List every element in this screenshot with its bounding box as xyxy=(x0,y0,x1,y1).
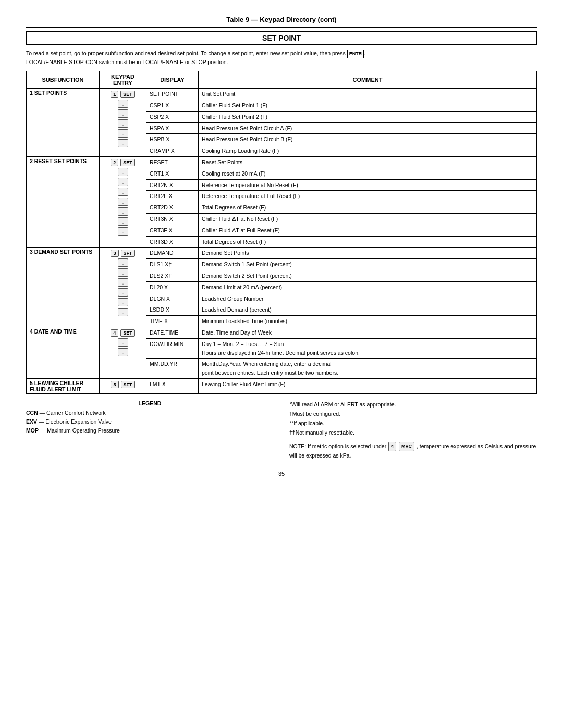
down-arrow-key: ↓ xyxy=(118,298,128,306)
intro-text: To read a set point, go to proper subfun… xyxy=(26,50,537,66)
comment-cell: Cooling Ramp Loading Rate (F) xyxy=(199,145,537,157)
keypad-number-key: 1 xyxy=(111,91,118,98)
comment-cell: Total Degrees of Reset (F) xyxy=(199,236,537,248)
comment-cell: Chiller Fluid ΔT at No Reset (F) xyxy=(199,214,537,225)
down-arrow-key: ↓ xyxy=(118,100,128,108)
col-comment: COMMENT xyxy=(199,71,537,89)
comment-cell: Chiller Fluid Set Point 2 (F) xyxy=(199,111,537,122)
subfunction-cell: 5 LEAVING CHILLER FLUID ALERT LIMIT xyxy=(27,379,100,394)
note-key-num: 4 xyxy=(388,442,396,451)
keypad-label-key: SET xyxy=(120,91,135,98)
comment-cell: Loadshed Group Number xyxy=(199,293,537,304)
display-cell: DOW.HR.MIN xyxy=(146,338,199,359)
keypad-label-key: SFT xyxy=(121,250,135,257)
table-row: 2 RESET SET POINTS2 SET↓↓↓↓↓↓↓RESETReset… xyxy=(27,157,537,168)
subfunction-cell: 3 DEMAND SET POINTS xyxy=(27,248,100,327)
display-cell: CRT3D X xyxy=(146,236,199,248)
table-row: 5 LEAVING CHILLER FLUID ALERT LIMIT5 SFT… xyxy=(27,379,537,394)
comment-cell: Day 1 = Mon, 2 = Tues. . .7 = SunHours a… xyxy=(199,338,537,359)
keypad-cell: 2 SET↓↓↓↓↓↓↓ xyxy=(100,157,146,248)
col-subfunction: SUBFUNCTION xyxy=(27,71,100,89)
down-arrow-key: ↓ xyxy=(118,348,128,356)
down-arrow-key: ↓ xyxy=(118,278,128,287)
page-title: Table 9 — Keypad Directory (cont) xyxy=(26,16,537,23)
down-arrow-key: ↓ xyxy=(118,178,128,186)
legend-item: CCN — Carrier Comfort Network xyxy=(26,409,274,417)
display-cell: DATE.TIME xyxy=(146,327,199,339)
comment-cell: Chiller Fluid Set Point 1 (F) xyxy=(199,100,537,112)
display-cell: CRT1 X xyxy=(146,168,199,179)
comment-cell: Month.Day.Year. When entering date, ente… xyxy=(199,359,537,379)
main-table: SUBFUNCTION KEYPAD ENTRY DISPLAY COMMENT… xyxy=(26,71,537,394)
comment-cell: Reset Set Points xyxy=(199,157,537,168)
note-bottom: NOTE: If metric option is selected under… xyxy=(289,441,537,460)
keypad-label-key: SET xyxy=(120,159,135,166)
display-cell: TIME X xyxy=(146,316,199,327)
down-arrow-key: ↓ xyxy=(118,338,128,347)
table-row: 4 DATE AND TIME4 SET↓↓DATE.TIMEDate, Tim… xyxy=(27,327,537,339)
keypad-number-key: 2 xyxy=(111,159,118,166)
legend-abbr: CCN xyxy=(26,410,38,416)
section-title: SET POINT xyxy=(26,31,537,45)
comment-cell: Reference Temperature at Full Reset (F) xyxy=(199,191,537,202)
bottom-section: LEGEND CCN — Carrier Comfort NetworkEXV … xyxy=(26,400,537,460)
down-arrow-key: ↓ xyxy=(118,308,128,316)
note-key-label: MVC xyxy=(399,442,414,451)
comment-cell: Reference Temperature at No Reset (F) xyxy=(199,179,537,191)
down-arrow-key: ↓ xyxy=(118,139,128,147)
display-cell: DLS1 X† xyxy=(146,259,199,270)
keypad-number-key: 3 xyxy=(111,250,118,257)
legend-abbr: EXV xyxy=(26,418,37,425)
down-arrow-key: ↓ xyxy=(118,207,128,216)
display-cell: CRAMP X xyxy=(146,145,199,157)
down-arrow-key: ↓ xyxy=(118,129,128,138)
display-cell: RESET xyxy=(146,157,199,168)
display-cell: MM.DD.YR xyxy=(146,359,199,379)
col-display: DISPLAY xyxy=(146,71,199,89)
keypad-cell: 1 SET↓↓↓↓↓ xyxy=(100,89,146,157)
display-cell: CSP1 X xyxy=(146,100,199,112)
table-row: 3 DEMAND SET POINTS3 SFT↓↓↓↓↓↓DEMANDDema… xyxy=(27,248,537,259)
display-cell: DLS2 X† xyxy=(146,270,199,282)
down-arrow-key: ↓ xyxy=(118,119,128,128)
col-keypad-entry: KEYPAD ENTRY xyxy=(100,71,146,89)
down-arrow-key: ↓ xyxy=(118,288,128,297)
page-number: 35 xyxy=(26,471,537,477)
comment-cell: Leaving Chiller Fluid Alert Limit (F) xyxy=(199,379,537,394)
keypad-number-key: 4 xyxy=(111,329,118,337)
keypad-label-key: SFT xyxy=(121,381,135,388)
legend-item: MOP — Maximum Operating Pressure xyxy=(26,426,274,435)
keypad-cell: 5 SFT xyxy=(100,379,146,394)
down-arrow-key: ↓ xyxy=(118,258,128,267)
table-row: 1 SET POINTS1 SET↓↓↓↓↓SET POINTUnit Set … xyxy=(27,89,537,100)
display-cell: LSDD X xyxy=(146,304,199,316)
down-arrow-key: ↓ xyxy=(118,198,128,206)
comment-cell: Chiller Fluid ΔT at Full Reset (F) xyxy=(199,225,537,236)
comment-cell: Date, Time and Day of Week xyxy=(199,327,537,339)
note-item: **If applicable. xyxy=(289,419,537,428)
display-cell: SET POINT xyxy=(146,89,199,100)
legend-title: LEGEND xyxy=(26,400,274,406)
note-item: †Must be configured. xyxy=(289,410,537,419)
legend-abbr: MOP xyxy=(26,427,39,434)
legend-right: *Will read ALARM or ALERT as appropriate… xyxy=(289,400,537,460)
comment-cell: Demand Switch 2 Set Point (percent) xyxy=(199,270,537,282)
comment-cell: Demand Switch 1 Set Point (percent) xyxy=(199,259,537,270)
keypad-number-key: 5 xyxy=(111,381,118,388)
note-item: *Will read ALARM or ALERT as appropriate… xyxy=(289,400,537,410)
display-cell: DL20 X xyxy=(146,281,199,293)
legend-item: EXV — Electronic Expansion Valve xyxy=(26,417,274,426)
comment-cell: Head Pressure Set Point Circuit B (F) xyxy=(199,134,537,145)
display-cell: DEMAND xyxy=(146,248,199,259)
legend-left: LEGEND CCN — Carrier Comfort NetworkEXV … xyxy=(26,400,274,460)
comment-cell: Minimum Loadshed Time (minutes) xyxy=(199,316,537,327)
display-cell: HSPA X xyxy=(146,122,199,134)
display-cell: LMT X xyxy=(146,379,199,394)
down-arrow-key: ↓ xyxy=(118,268,128,277)
keypad-label-key: SET xyxy=(120,329,135,337)
comment-cell: Loadshed Demand (percent) xyxy=(199,304,537,316)
comment-cell: Demand Set Points xyxy=(199,248,537,259)
comment-cell: Total Degrees of Reset (F) xyxy=(199,202,537,214)
comment-cell: Head Pressure Set Point Circuit A (F) xyxy=(199,122,537,134)
down-arrow-key: ↓ xyxy=(118,227,128,236)
